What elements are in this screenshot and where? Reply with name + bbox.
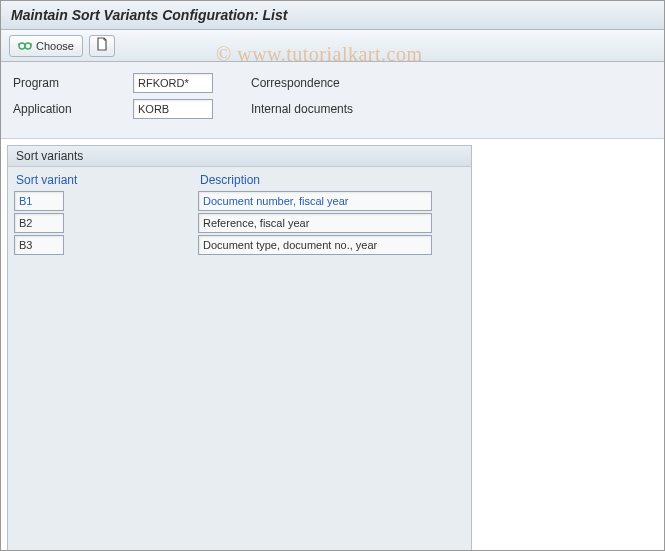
grid-rows [14,191,465,255]
table-row[interactable] [14,213,465,233]
page-title: Maintain Sort Variants Configuration: Li… [11,7,654,23]
col-header-description[interactable]: Description [198,171,438,189]
col-header-variant[interactable]: Sort variant [14,171,198,189]
description-cell[interactable] [198,235,432,255]
variant-cell[interactable] [14,213,64,233]
program-row: Program Correspondence [13,72,652,94]
new-button[interactable] [89,35,115,57]
program-input[interactable] [133,73,213,93]
table-row[interactable] [14,235,465,255]
description-cell[interactable] [198,213,432,233]
toolbar: Choose [1,30,664,62]
document-icon [96,37,108,54]
header-fields: Program Correspondence Application Inter… [1,62,664,139]
program-description: Correspondence [251,76,340,90]
group-title: Sort variants [8,146,471,167]
application-row: Application Internal documents [13,98,652,120]
svg-point-0 [19,43,25,49]
title-bar: Maintain Sort Variants Configuration: Li… [1,1,664,30]
table-row[interactable] [14,191,465,211]
grid-header: Sort variant Description [14,171,465,189]
application-description: Internal documents [251,102,353,116]
variant-cell[interactable] [14,191,64,211]
sort-variants-panel: Sort variants Sort variant Description [7,145,472,551]
svg-point-1 [25,43,31,49]
description-cell[interactable] [198,191,432,211]
program-label: Program [13,76,133,90]
choose-button[interactable]: Choose [9,35,83,57]
application-label: Application [13,102,133,116]
glasses-icon [18,39,32,53]
choose-button-label: Choose [36,40,74,52]
grid: Sort variant Description [8,167,471,255]
variant-cell[interactable] [14,235,64,255]
application-input[interactable] [133,99,213,119]
